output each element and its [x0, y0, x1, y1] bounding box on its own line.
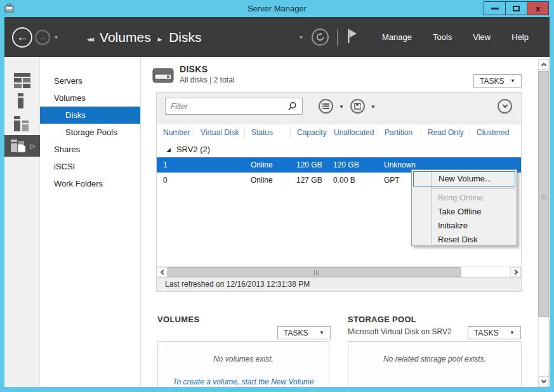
sidebar-menu: Servers Volumes Disks Storage Pools Shar… [40, 57, 141, 387]
sidebar-item-storage-pools[interactable]: Storage Pools [40, 124, 140, 141]
context-menu-separator [432, 188, 515, 189]
minimize-button[interactable] [484, 1, 506, 15]
list-view-caret-icon[interactable]: ▼ [339, 104, 344, 110]
server-manager-window: Server Manager x ← → ▾ ◂◂ Volumes ▸ Disk… [0, 0, 554, 392]
breadcrumb-separator-icon: ▸ [158, 34, 162, 44]
column-header-partition[interactable]: Partition [378, 127, 421, 138]
save-query-caret-icon[interactable]: ▼ [371, 104, 376, 110]
context-menu-item-new-volume[interactable]: New Volume... [413, 171, 515, 186]
breadcrumb-volumes[interactable]: Volumes [100, 30, 151, 45]
save-query-icon [354, 103, 361, 110]
sidebar-item-shares[interactable]: Shares [40, 141, 140, 158]
chevron-up-icon [541, 63, 546, 68]
disks-section-title: DISKS [180, 64, 208, 74]
filter-input[interactable] [165, 98, 303, 115]
forward-arrow-icon: → [39, 32, 47, 42]
search-icon[interactable] [287, 101, 297, 114]
list-view-icon [322, 103, 329, 109]
breadcrumb: ◂◂ Volumes ▸ Disks [87, 30, 201, 45]
chevron-left-icon [160, 270, 165, 275]
local-server-icon[interactable] [14, 93, 30, 111]
scroll-down-button[interactable] [538, 376, 549, 387]
horizontal-scroll-thumb[interactable] [168, 267, 461, 277]
volumes-empty-panel: No volumes exist. To create a volume, st… [157, 341, 329, 387]
disk-drive-icon [152, 68, 174, 86]
dashboard-icon[interactable] [14, 73, 30, 91]
scroll-right-button[interactable] [510, 267, 521, 277]
group-label: SRV2 (2) [176, 145, 210, 154]
all-servers-icon[interactable] [14, 116, 30, 134]
close-button[interactable]: x [527, 1, 549, 15]
window-body: ← → ▾ ◂◂ Volumes ▸ Disks ▾ [4, 17, 550, 387]
tasks-caret-icon: ▼ [319, 330, 324, 336]
sidebar-item-servers[interactable]: Servers [40, 72, 140, 89]
menu-manage[interactable]: Manage [378, 29, 416, 46]
column-header-read-only[interactable]: Read Only [421, 127, 470, 138]
column-header-virtual-disk[interactable]: Virtual Disk [194, 127, 244, 138]
context-menu-item-take-offline[interactable]: Take Offline [412, 205, 517, 219]
maximize-icon [513, 6, 520, 11]
volumes-section-title: VOLUMES [157, 315, 199, 324]
chevron-right-icon [512, 270, 517, 275]
breadcrumb-collapse-icon[interactable]: ◂◂ [87, 34, 93, 44]
list-view-button[interactable] [319, 99, 333, 114]
storage-pool-tasks-button[interactable]: TASKS ▼ [468, 326, 521, 339]
nav-separator [337, 29, 338, 46]
scroll-left-button[interactable] [157, 267, 168, 277]
forward-button[interactable]: → [35, 30, 50, 45]
scroll-grip-icon [541, 194, 546, 199]
sidebar-icon-column: ▷ [4, 57, 40, 387]
refresh-icon [315, 32, 325, 42]
breadcrumb-disks[interactable]: Disks [169, 30, 201, 45]
close-icon: x [536, 4, 540, 13]
notifications-flag-icon[interactable] [347, 28, 357, 47]
sidebar-item-iscsi[interactable]: iSCSI [40, 158, 140, 175]
storage-pool-empty-text: No related storage pool exists. [348, 355, 521, 363]
title-bar: Server Manager x [0, 0, 554, 17]
menu-view[interactable]: View [468, 29, 495, 46]
filter-toolbar: ▼ ▼ [157, 93, 521, 124]
vertical-scrollbar[interactable] [538, 59, 550, 387]
collapse-panel-button[interactable] [498, 99, 512, 114]
column-header-status[interactable]: Status [244, 127, 290, 138]
minimize-icon [491, 8, 499, 10]
chevron-down-icon [541, 378, 546, 383]
volumes-tasks-button[interactable]: TASKS ▼ [277, 326, 331, 339]
refresh-button[interactable] [312, 29, 329, 46]
menu-help[interactable]: Help [507, 29, 533, 46]
storage-pool-subtitle: Microsoft Virtual Disk on SRV2 [348, 327, 452, 336]
column-header-capacity[interactable]: Capacity [290, 127, 327, 138]
group-expander-icon[interactable]: ◢ [166, 147, 171, 153]
scope-dropdown-icon[interactable]: ▾ [300, 34, 303, 41]
file-storage-services-icon [11, 138, 27, 154]
save-query-button[interactable] [350, 99, 365, 114]
chevron-down-icon [502, 103, 507, 108]
scroll-up-button[interactable] [538, 59, 549, 70]
sidebar-item-work-folders[interactable]: Work Folders [40, 175, 140, 192]
history-dropdown-icon[interactable]: ▾ [55, 34, 58, 41]
file-storage-services-item[interactable]: ▷ [4, 135, 40, 157]
new-volume-hint-link[interactable]: To create a volume, start the New Volume [158, 377, 329, 386]
context-menu-item-initialize[interactable]: Initialize [412, 219, 517, 233]
sidebar-item-volumes[interactable]: Volumes [40, 89, 140, 107]
scroll-grip-icon [314, 270, 319, 275]
expand-pane-arrow-icon[interactable]: ▷ [30, 143, 36, 150]
vertical-scroll-thumb[interactable] [538, 71, 549, 317]
context-menu-item-bring-online: Bring Online [412, 191, 517, 205]
column-header-unallocated[interactable]: Unallocated [327, 127, 378, 138]
server-group-row[interactable]: ◢ SRV2 (2) [157, 141, 521, 157]
back-arrow-icon: ← [16, 30, 28, 44]
back-button[interactable]: ← [12, 27, 32, 48]
window-title: Server Manager [0, 4, 554, 13]
menu-bar: Manage Tools View Help [378, 29, 533, 46]
horizontal-scrollbar[interactable] [157, 266, 521, 277]
column-header-number[interactable]: Number [157, 127, 194, 138]
sidebar-item-disks[interactable]: Disks [40, 107, 140, 124]
context-menu-item-reset-disk[interactable]: Reset Disk [412, 233, 517, 247]
disk-context-menu: New Volume... Bring Online Take Offline … [411, 169, 517, 246]
disks-tasks-button[interactable]: TASKS ▼ [473, 74, 522, 88]
column-header-clustered[interactable]: Clustered [470, 127, 521, 138]
tasks-caret-icon: ▼ [510, 78, 515, 84]
maximize-button[interactable] [505, 1, 527, 15]
menu-tools[interactable]: Tools [428, 29, 456, 46]
